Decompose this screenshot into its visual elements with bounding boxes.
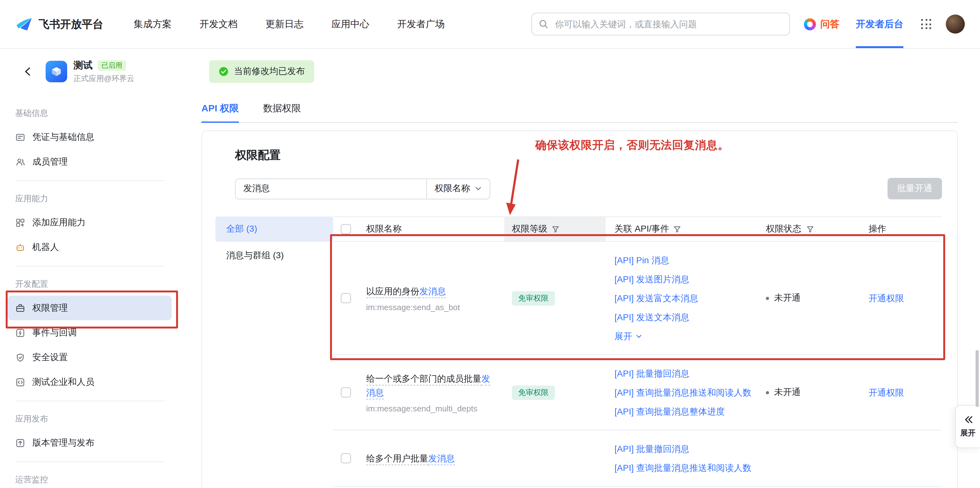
panel-body: 全部 (3) 消息与群组 (3) 权限名称 权限等级 xyxy=(215,217,941,487)
sidebar-item-test-corp[interactable]: 测试企业和人员 xyxy=(8,370,172,395)
sidebar-divider xyxy=(15,181,164,181)
sidebar: 基础信息 凭证与基础信息 成员管理 应用能力 xyxy=(0,94,179,488)
row-checkbox[interactable] xyxy=(341,293,351,303)
api-link[interactable]: [API] 批量撤回消息 xyxy=(614,364,761,383)
search-icon xyxy=(538,19,549,29)
category-all[interactable]: 全部 (3) xyxy=(215,217,333,242)
tab-api-permission[interactable]: API 权限 xyxy=(202,94,239,122)
permission-name: 给多个用户批量发消息 xyxy=(366,451,493,465)
sidebar-item-add-capability[interactable]: 添加应用能力 xyxy=(8,210,172,235)
search-field-label: 权限名称 xyxy=(434,183,470,194)
nav-item-docs[interactable]: 开发文档 xyxy=(200,18,237,30)
developer-console-label: 开发者后台 xyxy=(856,18,904,30)
double-chevron-left-icon xyxy=(963,415,973,424)
brand-title: 飞书开放平台 xyxy=(39,17,103,31)
status-dot xyxy=(766,391,769,394)
app-meta: 测试 已启用 正式应用@环界云 xyxy=(73,59,134,84)
back-button[interactable] xyxy=(19,63,37,81)
batch-open-button[interactable]: 批量开通 xyxy=(888,178,942,200)
filter-funnel-icon[interactable] xyxy=(552,225,559,233)
sidebar-item-credentials[interactable]: 凭证与基础信息 xyxy=(8,125,172,149)
open-permission-link[interactable]: 开通权限 xyxy=(869,293,904,303)
table-row: 给一个或多个部门的成员批量发消息 im:message:send_multi_d… xyxy=(333,355,941,430)
app-enabled-badge: 已启用 xyxy=(97,60,126,71)
search-input[interactable] xyxy=(531,13,790,35)
app-name: 测试 xyxy=(73,59,92,71)
qa-label: 问答 xyxy=(820,18,839,30)
column-api-label: 关联 API/事件 xyxy=(614,223,669,235)
status-text: 未开通 xyxy=(774,387,801,398)
credential-icon xyxy=(15,132,25,142)
category-list: 全部 (3) 消息与群组 (3) xyxy=(215,217,333,268)
check-circle-icon xyxy=(218,67,229,77)
api-link[interactable]: [API] 发送图片消息 xyxy=(614,269,761,288)
api-link[interactable]: [API] 批量撤回消息 xyxy=(614,439,761,458)
select-all-checkbox[interactable] xyxy=(341,224,351,234)
sidebar-item-label: 成员管理 xyxy=(32,156,68,167)
permission-search: 权限名称 xyxy=(235,178,490,199)
sidebar-item-members[interactable]: 成员管理 xyxy=(8,149,172,174)
publish-status-pill: 当前修改均已发布 xyxy=(209,60,314,83)
tab-data-permission[interactable]: 数据权限 xyxy=(263,94,301,122)
nav-item-changelog[interactable]: 更新日志 xyxy=(266,18,304,30)
sidebar-section-dev-config: 开发配置 xyxy=(0,273,179,296)
filter-funnel-icon[interactable] xyxy=(674,225,681,233)
global-search xyxy=(531,13,790,35)
permission-search-input[interactable] xyxy=(235,179,426,198)
sidebar-item-label: 凭证与基础信息 xyxy=(32,132,94,143)
sidebar-item-label: 安全设置 xyxy=(32,352,68,363)
open-permission-link[interactable]: 开通权限 xyxy=(869,387,904,397)
main-content: API 权限 数据权限 权限配置 权限名称 批量开通 xyxy=(179,94,980,488)
nav-item-devsquare[interactable]: 开发者广场 xyxy=(397,18,445,30)
api-link[interactable]: [API] 发送文本消息 xyxy=(614,307,761,326)
add-capability-icon xyxy=(15,217,25,228)
nav-item-appstore[interactable]: 应用中心 xyxy=(331,18,369,30)
page-root: 飞书开放平台 集成方案 开发文档 更新日志 应用中心 开发者广场 问答 开发者后… xyxy=(0,0,980,488)
expand-apis-label: 展开 xyxy=(614,326,632,345)
sidebar-item-version[interactable]: 版本管理与发布 xyxy=(8,430,172,455)
cube-icon xyxy=(50,65,63,78)
api-link[interactable]: [API] Pin 消息 xyxy=(614,250,761,269)
column-action: 操作 xyxy=(862,223,941,235)
publish-icon xyxy=(15,438,25,448)
qa-gradient-icon xyxy=(804,18,816,30)
permission-name-text: 给多个用户批量 xyxy=(366,453,428,465)
feishu-logo-icon xyxy=(15,15,33,33)
api-link[interactable]: [API] 发送富文本消息 xyxy=(614,288,761,307)
bot-icon xyxy=(15,242,25,252)
brand[interactable]: 飞书开放平台 xyxy=(15,15,103,33)
table-row: 给多个用户批量发消息 [API] 批量撤回消息 [API] 查询批量消息推送和阅… xyxy=(333,430,941,487)
sidebar-item-label: 版本管理与发布 xyxy=(32,437,94,448)
column-status-label: 权限状态 xyxy=(766,223,801,235)
vertical-scrollbar-thumb[interactable] xyxy=(975,350,979,407)
permission-name-highlight: 发消息 xyxy=(428,453,455,465)
sidebar-item-events[interactable]: 事件与回调 xyxy=(8,320,172,345)
sidebar-item-bot[interactable]: 机器人 xyxy=(8,235,172,260)
apps-grid-icon[interactable] xyxy=(921,19,931,29)
members-icon xyxy=(15,157,25,167)
expand-side-panel-button[interactable]: 展开 xyxy=(955,405,980,448)
sidebar-section-monitor: 运营监控 xyxy=(0,468,179,488)
column-level-label: 权限等级 xyxy=(512,223,547,235)
search-field-select[interactable]: 权限名称 xyxy=(426,179,490,198)
nav-item-integration[interactable]: 集成方案 xyxy=(134,18,172,30)
user-avatar[interactable] xyxy=(946,14,965,33)
table-row: 以应用的身份发消息 im:message:send_as_bot 免审权限 [A… xyxy=(333,242,941,355)
sidebar-item-label: 机器人 xyxy=(32,241,59,253)
expand-apis-link[interactable]: 展开 xyxy=(614,326,761,345)
api-list: [API] 批量撤回消息 [API] 查询批量消息推送和阅读人数 xyxy=(606,439,761,477)
api-link[interactable]: [API] 查询批量消息推送和阅读人数 xyxy=(614,383,761,402)
filter-funnel-icon[interactable] xyxy=(807,225,814,233)
sidebar-item-security[interactable]: 安全设置 xyxy=(8,345,172,370)
api-link[interactable]: [API] 查询批量消息整体进度 xyxy=(614,402,761,421)
developer-console-tab[interactable]: 开发者后台 xyxy=(856,0,904,48)
row-checkbox[interactable] xyxy=(341,453,351,463)
sidebar-item-permissions[interactable]: 权限管理 xyxy=(8,296,172,320)
qa-entry[interactable]: 问答 xyxy=(804,18,839,30)
permission-table: 权限名称 权限等级 关联 API/事件 xyxy=(333,217,941,487)
api-link[interactable]: [API] 查询批量消息推送和阅读人数 xyxy=(614,458,761,477)
category-message-group[interactable]: 消息与群组 (3) xyxy=(215,243,333,268)
row-checkbox[interactable] xyxy=(341,387,351,398)
level-badge: 免审权限 xyxy=(512,385,555,400)
table-header: 权限名称 权限等级 关联 API/事件 xyxy=(333,217,941,242)
